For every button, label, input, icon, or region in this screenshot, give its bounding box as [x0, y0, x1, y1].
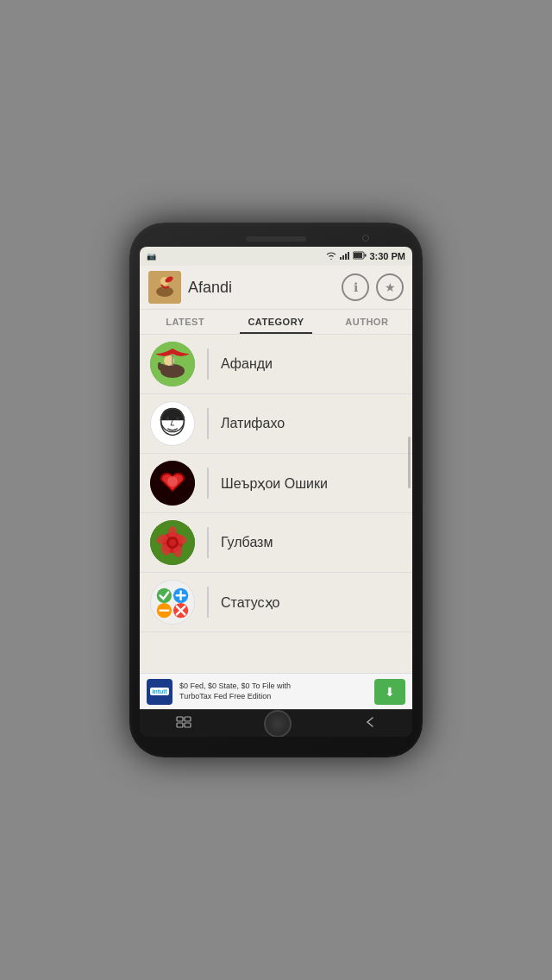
- scroll-indicator: [408, 437, 411, 488]
- home-button[interactable]: [264, 710, 292, 738]
- category-name-gulbazm: Гулбазм: [221, 535, 273, 550]
- favorite-button[interactable]: ★: [376, 273, 404, 301]
- category-avatar-sherhor: [150, 461, 195, 506]
- list-item[interactable]: Гулбазм: [140, 513, 412, 573]
- signal-icon: [340, 251, 350, 261]
- ad-logo: intuit: [147, 679, 172, 705]
- svg-point-17: [158, 362, 161, 368]
- svg-rect-3: [348, 252, 349, 260]
- category-name-afandi: Афанди: [221, 356, 273, 372]
- category-name-sherhor: Шеърҳои Ошики: [221, 475, 328, 492]
- svg-point-23: [167, 476, 178, 487]
- star-icon: ★: [385, 280, 396, 294]
- svg-rect-5: [354, 253, 362, 258]
- home-circle: [264, 710, 292, 738]
- ad-text: $0 Fed, $0 State, $0 To File with TurboT…: [179, 682, 367, 701]
- svg-point-34: [157, 588, 172, 603]
- phone-screen: 📷: [140, 247, 412, 737]
- info-icon: ℹ: [354, 280, 358, 294]
- category-name-latifaho: Латифахо: [221, 416, 285, 431]
- svg-rect-46: [185, 723, 191, 727]
- app-logo: [148, 271, 181, 304]
- time-display: 3:30 PM: [369, 251, 405, 261]
- battery-icon: [353, 251, 367, 261]
- svg-rect-45: [177, 723, 183, 727]
- tab-category[interactable]: CATEGORY: [230, 310, 321, 334]
- category-avatar-gulbazm: [150, 520, 195, 565]
- status-right: 3:30 PM: [325, 251, 405, 261]
- tab-author[interactable]: AUTHOR: [322, 310, 412, 334]
- category-name-statusho: Статусҳо: [221, 594, 279, 611]
- svg-rect-0: [340, 257, 342, 260]
- ad-download-button[interactable]: ⬇: [374, 679, 405, 705]
- category-avatar-statusho: [150, 580, 195, 625]
- category-avatar-latifaho: [150, 401, 195, 446]
- status-bar: 📷: [140, 247, 412, 266]
- category-avatar-afandi: [150, 342, 195, 386]
- svg-rect-44: [185, 717, 191, 721]
- category-list: Афанди: [140, 335, 412, 673]
- recent-apps-button[interactable]: [176, 716, 191, 731]
- wifi-icon: [325, 251, 337, 261]
- tab-bar: LATEST CATEGORY AUTHOR: [140, 310, 412, 335]
- svg-rect-1: [342, 255, 344, 260]
- camera: [362, 235, 369, 242]
- svg-rect-43: [177, 717, 183, 721]
- phone-top: [140, 233, 412, 247]
- list-item[interactable]: Статусҳо: [140, 573, 412, 632]
- ad-banner[interactable]: intuit $0 Fed, $0 State, $0 To File with…: [140, 673, 412, 709]
- svg-rect-2: [345, 254, 347, 260]
- list-item[interactable]: Афанди: [140, 335, 412, 394]
- svg-point-32: [169, 539, 176, 546]
- separator: [207, 349, 209, 380]
- list-item[interactable]: Латифахо: [140, 394, 412, 454]
- svg-point-33: [151, 581, 194, 624]
- svg-point-21: [176, 417, 179, 420]
- download-icon: ⬇: [385, 685, 395, 699]
- app-header: Afandi ℹ ★: [140, 266, 412, 310]
- status-left: 📷: [147, 252, 156, 261]
- app-title: Afandi: [188, 279, 342, 297]
- separator: [207, 408, 209, 439]
- screenshot-icon: 📷: [147, 252, 156, 261]
- svg-point-26: [168, 526, 177, 538]
- bottom-nav: [140, 709, 412, 737]
- back-button[interactable]: [364, 716, 376, 731]
- tab-latest[interactable]: LATEST: [140, 310, 230, 334]
- speaker: [246, 236, 306, 242]
- separator: [207, 468, 209, 499]
- header-actions: ℹ ★: [342, 273, 404, 301]
- phone-bottom: [140, 737, 412, 747]
- svg-rect-6: [365, 254, 367, 257]
- list-item[interactable]: Шеърҳои Ошики: [140, 454, 412, 513]
- info-button[interactable]: ℹ: [342, 273, 369, 301]
- phone-device: 📷: [129, 223, 423, 757]
- separator: [207, 587, 209, 618]
- separator: [207, 527, 209, 558]
- svg-point-20: [166, 417, 169, 420]
